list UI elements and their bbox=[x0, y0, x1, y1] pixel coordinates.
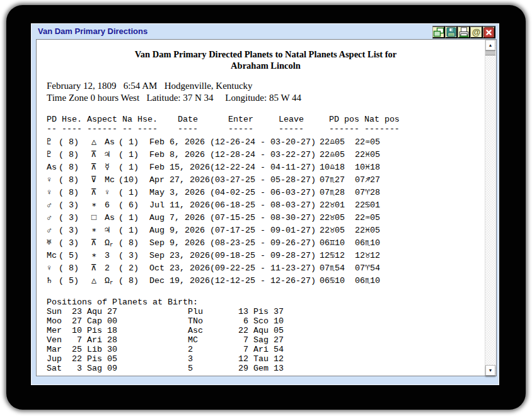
pd-position: 07♏27 bbox=[320, 174, 355, 187]
aspect-table-header: PD Hse. Aspect Na Hse. Date Enter Leave … bbox=[47, 115, 485, 124]
pd-planet-glyph: ♅ bbox=[47, 237, 59, 250]
enter-leave-window: (12-28-24 - 03-22-27) bbox=[210, 149, 320, 161]
natal-point: ♀ bbox=[105, 187, 119, 199]
natal-position: 06♏10 bbox=[355, 237, 399, 250]
point-position: 25 Lib 30 bbox=[72, 345, 188, 354]
point-name: Mar bbox=[47, 345, 72, 354]
enter-leave-window: (12-26-24 - 03-20-27) bbox=[210, 136, 320, 149]
aspect-row: ♇( 8)△As( 1)Feb 6, 2026(12-26-24 - 03-20… bbox=[47, 136, 485, 149]
point-name: Plu bbox=[188, 307, 238, 316]
natal-point: Ωr bbox=[105, 275, 119, 287]
aspect-glyph: ∗ bbox=[83, 250, 105, 262]
enter-leave-window: (07-15-25 - 08-30-27) bbox=[210, 212, 320, 224]
aspect-table-header-dashes: -- ---- ------ -- ---- ---- ----- ----- … bbox=[47, 124, 485, 134]
titlebar[interactable]: Van Dam Primary Directions bbox=[32, 24, 499, 39]
natal-point: As bbox=[105, 136, 119, 149]
pd-position: 22♉01 bbox=[320, 199, 355, 212]
aspect-row: ♀( 8)⊼2( 2)Oct 23, 2026(09-22-25 - 11-23… bbox=[47, 262, 485, 275]
pd-house: ( 8) bbox=[59, 174, 83, 187]
natal-house: ( 8) bbox=[119, 275, 149, 287]
enter-leave-window: (07-17-25 - 09-01-27) bbox=[210, 224, 320, 237]
hit-date: Feb 8, 2026 bbox=[149, 149, 210, 161]
report-heading-line2: Abraham Lincoln bbox=[47, 60, 485, 71]
aspect-row: ♂( 3)∗6( 6)Jul 11, 2026(06-18-25 - 08-03… bbox=[47, 199, 485, 212]
natal-point: Ωr bbox=[105, 237, 119, 250]
point-name: 2 bbox=[188, 345, 238, 354]
natal-house: ( 2) bbox=[119, 262, 149, 275]
natal-position: 12♉12 bbox=[355, 250, 399, 262]
close-button[interactable] bbox=[483, 26, 495, 38]
aspect-glyph: ⊽ bbox=[83, 174, 105, 187]
hit-date: Oct 23, 2026 bbox=[149, 262, 210, 275]
point-position: 29 Gem 13 bbox=[238, 364, 314, 373]
aspect-row: ♄( 5)△Ωr( 8)Dec 19, 2026(12-12-25 - 12-2… bbox=[47, 275, 485, 287]
window-title: Van Dam Primary Directions bbox=[38, 24, 147, 39]
point-position: 22 Aqu 05 bbox=[238, 326, 314, 335]
pd-house: ( 3) bbox=[59, 212, 83, 224]
print-icon bbox=[458, 27, 470, 38]
save-button[interactable] bbox=[445, 26, 458, 38]
hit-date: Feb 6, 2026 bbox=[149, 136, 210, 149]
pd-position: 22♉05 bbox=[320, 212, 355, 224]
birth-positions-rows: Sun23 Aqu 27Plu13 Pis 37Moo27 Cap 00TNo … bbox=[47, 307, 485, 373]
pd-position: 22♎05 bbox=[320, 149, 355, 161]
point-name: Jup bbox=[47, 354, 72, 364]
natal-position: 10♓18 bbox=[355, 161, 399, 174]
aspect-row: ♂( 3)□As( 1)Aug 7, 2026(07-15-25 - 08-30… bbox=[47, 212, 485, 224]
aspect-row: Mc( 5)∗3( 3)Sep 23, 2026(09-18-25 - 09-2… bbox=[47, 250, 485, 262]
aspect-row: ♀( 8)⊼♀( 1)May 3, 2026(04-02-25 - 06-03-… bbox=[47, 187, 485, 199]
pd-position: 07♏28 bbox=[320, 187, 355, 199]
email-button[interactable]: @ bbox=[470, 26, 483, 38]
titlebar-buttons: @ bbox=[432, 26, 495, 38]
aspect-glyph: △ bbox=[83, 275, 105, 287]
scroll-up-button[interactable]: ▲ bbox=[485, 40, 495, 50]
aspect-glyph: △ bbox=[83, 136, 105, 149]
natal-position: 22♓05 bbox=[355, 224, 399, 237]
pd-house: ( 8) bbox=[59, 161, 83, 174]
point-name: 5 bbox=[188, 364, 238, 373]
position-row: Mer10 Pis 18Asc22 Aqu 05 bbox=[47, 326, 485, 335]
natal-house: ( 6) bbox=[119, 199, 149, 212]
vertical-scrollbar[interactable]: ▲ ▼ bbox=[485, 40, 496, 376]
natal-house: ( 1) bbox=[119, 187, 149, 199]
pd-house: ( 8) bbox=[59, 136, 83, 149]
natal-point: As bbox=[105, 212, 119, 224]
point-name: 3 bbox=[188, 354, 238, 364]
new-chart-button[interactable] bbox=[432, 26, 445, 38]
natal-point: 6 bbox=[105, 199, 119, 212]
point-position: 27 Cap 00 bbox=[72, 316, 188, 326]
natal-position: 22♓05 bbox=[355, 149, 399, 161]
point-position: 7 Sag 27 bbox=[238, 335, 314, 345]
point-position: 7 Ari 54 bbox=[238, 345, 314, 354]
scroll-up-arrow-icon: ▲ bbox=[489, 43, 493, 47]
aspect-glyph: ⊼ bbox=[83, 161, 105, 174]
print-button[interactable] bbox=[458, 26, 470, 38]
scrollbar-thumb[interactable] bbox=[485, 50, 495, 55]
point-name: Sat bbox=[47, 364, 72, 373]
natal-point: ☿ bbox=[105, 161, 119, 174]
hit-date: May 3, 2026 bbox=[149, 187, 210, 199]
page: Van Dam Primary Directions bbox=[0, 0, 532, 416]
enter-leave-window: (04-02-25 - 06-03-27) bbox=[210, 187, 320, 199]
aspect-glyph: □ bbox=[83, 212, 105, 224]
email-icon: @ bbox=[472, 26, 481, 38]
aspect-rows: ♇( 8)△As( 1)Feb 6, 2026(12-26-24 - 03-20… bbox=[47, 136, 485, 287]
enter-leave-window: (09-22-25 - 11-23-27) bbox=[210, 262, 320, 275]
scroll-down-button[interactable]: ▼ bbox=[485, 365, 495, 376]
pd-planet-glyph: As bbox=[47, 161, 59, 174]
point-position: 6 Sco 10 bbox=[238, 316, 314, 326]
aspect-row: ♇( 8)⊼♃( 1)Feb 8, 2026(12-28-24 - 03-22-… bbox=[47, 149, 485, 161]
natal-house: ( 3) bbox=[119, 250, 149, 262]
point-position: 22 Pis 05 bbox=[72, 354, 188, 364]
pd-house: ( 8) bbox=[59, 262, 83, 275]
aspect-glyph: ⊼ bbox=[83, 149, 105, 161]
hit-date: Jul 11, 2026 bbox=[149, 199, 210, 212]
position-row: Ven 7 Ari 28MC 7 Sag 27 bbox=[47, 335, 485, 345]
point-position: 7 Ari 28 bbox=[72, 335, 188, 345]
aspect-glyph: ∗ bbox=[83, 224, 105, 237]
birth-data-line: February 12, 1809 6:54 AM Hodgenville, K… bbox=[47, 80, 485, 92]
natal-point: ♃ bbox=[105, 224, 119, 237]
pd-planet-glyph: ♂ bbox=[47, 224, 59, 237]
natal-position: 22♋01 bbox=[355, 199, 399, 212]
pd-house: ( 5) bbox=[59, 250, 83, 262]
